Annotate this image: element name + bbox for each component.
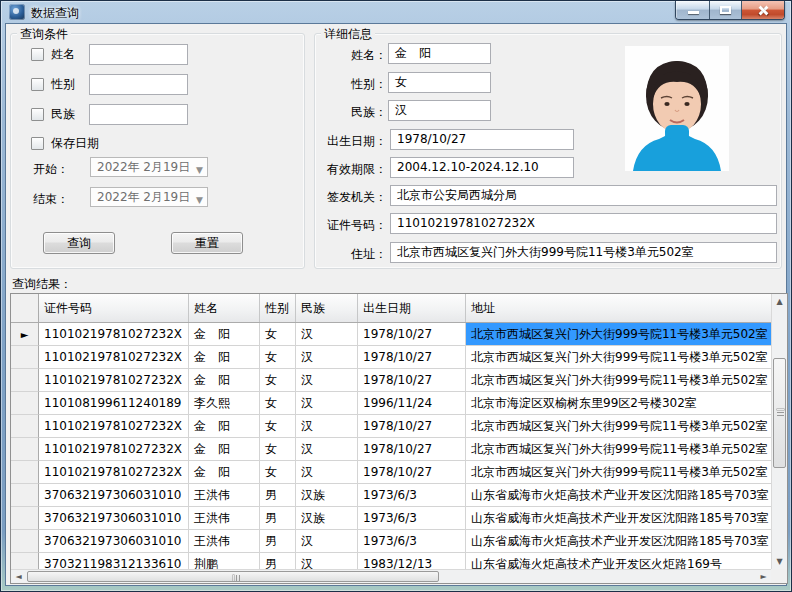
column-header-birth-date[interactable]: 出生日期 [358,294,466,322]
cell-id-number[interactable]: 370632197306031010 [39,530,189,553]
name-checkbox[interactable] [31,48,44,61]
cell-ethnicity[interactable]: 汉 [296,323,358,346]
column-header-id-number[interactable]: 证件号码 [39,294,189,322]
cell-birth-date[interactable]: 1978/10/27 [358,438,466,461]
cell-name[interactable]: 李久熙 [189,392,260,415]
cell-name[interactable]: 金 阳 [189,438,260,461]
end-date-picker[interactable]: 2022年 2月19日 ▼ [90,187,208,207]
cell-birth-date[interactable]: 1973/6/3 [358,484,466,507]
cell-name[interactable]: 荆鹏 [189,553,260,569]
cell-birth-date[interactable]: 1978/10/27 [358,415,466,438]
close-button[interactable] [741,1,784,19]
table-row[interactable]: ► 11010219781027232X 金 阳 女 汉 1978/10/27 … [11,323,771,346]
cell-name[interactable]: 王洪伟 [189,484,260,507]
cell-birth-date[interactable]: 1978/10/27 [358,323,466,346]
row-header-cell[interactable] [11,392,39,415]
cell-ethnicity[interactable]: 汉 [296,461,358,484]
cell-id-number[interactable]: 11010219781027232X [39,346,189,369]
cell-ethnicity[interactable]: 汉族 [296,484,358,507]
scroll-left-icon[interactable]: ◄ [11,570,26,583]
cell-address-selected[interactable]: 北京市西城区复兴门外大街999号院11号楼3单元502室 [466,323,771,346]
maximize-button[interactable] [709,1,741,19]
scroll-up-icon[interactable]: ▲ [772,294,787,309]
cell-id-number[interactable]: 11010219781027232X [39,461,189,484]
gender-checkbox[interactable] [31,78,44,91]
row-header-cell[interactable] [11,553,39,569]
cell-ethnicity[interactable]: 汉 [296,392,358,415]
cell-ethnicity[interactable]: 汉 [296,369,358,392]
cell-address[interactable]: 北京市西城区复兴门外大街999号院11号楼3单元502室 [466,369,771,392]
table-row[interactable]: 11010219781027232X 金 阳 女 汉 1978/10/27 北京… [11,415,771,438]
cell-ethnicity[interactable]: 汉 [296,530,358,553]
table-row[interactable]: 11010219781027232X 金 阳 女 汉 1978/10/27 北京… [11,461,771,484]
column-header-name[interactable]: 姓名 [189,294,260,322]
row-header-cell[interactable] [11,346,39,369]
scroll-down-icon[interactable]: ▼ [772,554,787,569]
row-header-column[interactable] [11,294,39,322]
cell-ethnicity[interactable]: 汉 [296,346,358,369]
cell-gender[interactable]: 男 [260,553,296,569]
row-header-cell[interactable] [11,438,39,461]
cell-birth-date[interactable]: 1978/10/27 [358,461,466,484]
cell-name[interactable]: 金 阳 [189,369,260,392]
detail-ethnicity-field[interactable]: 汉 [388,100,491,121]
cell-name[interactable]: 金 阳 [189,323,260,346]
cell-birth-date[interactable]: 1996/11/24 [358,392,466,415]
cell-gender[interactable]: 女 [260,461,296,484]
query-button[interactable]: 查询 [43,232,115,254]
row-header-cell[interactable] [11,369,39,392]
cell-ethnicity[interactable]: 汉 [296,553,358,569]
cell-gender[interactable]: 女 [260,415,296,438]
cell-id-number[interactable]: 11010219781027232X [39,415,189,438]
row-header-cell[interactable] [11,530,39,553]
cell-gender[interactable]: 女 [260,369,296,392]
horizontal-scroll-thumb[interactable] [27,571,439,582]
row-header-cell[interactable] [11,415,39,438]
cell-ethnicity[interactable]: 汉 [296,415,358,438]
column-header-ethnicity[interactable]: 民族 [296,294,358,322]
cell-id-number[interactable]: 110108199611240189 [39,392,189,415]
row-header-cell[interactable]: ► [11,323,39,346]
ethnicity-filter-input[interactable] [89,104,188,125]
minimize-button[interactable] [676,1,709,19]
gender-filter-input[interactable] [89,74,188,95]
cell-birth-date[interactable]: 1973/6/3 [358,530,466,553]
table-row[interactable]: 370632197306031010 王洪伟 男 汉 1973/6/3 山东省威… [11,530,771,553]
vertical-scroll-thumb[interactable] [773,358,786,468]
detail-address-field[interactable]: 北京市西城区复兴门外大街999号院11号楼3单元502室 [390,242,777,263]
reset-button[interactable]: 重置 [171,232,243,254]
cell-ethnicity[interactable]: 汉族 [296,507,358,530]
cell-id-number[interactable]: 11010219781027232X [39,369,189,392]
cell-id-number[interactable]: 11010219781027232X [39,438,189,461]
detail-gender-field[interactable]: 女 [388,72,491,93]
cell-address[interactable]: 山东省威海市火炬高技术产业开发区沈阳路185号703室 [466,507,771,530]
detail-name-field[interactable]: 金 阳 [388,43,491,64]
row-header-cell[interactable] [11,507,39,530]
scroll-right-icon[interactable]: ► [756,570,771,583]
cell-id-number[interactable]: 370632197306031010 [39,484,189,507]
table-row[interactable]: 370321198312133610 荆鹏 男 汉 1983/12/13 山东省… [11,553,771,569]
row-header-cell[interactable] [11,461,39,484]
table-row[interactable]: 110108199611240189 李久熙 女 汉 1996/11/24 北京… [11,392,771,415]
cell-gender[interactable]: 女 [260,346,296,369]
cell-gender[interactable]: 女 [260,323,296,346]
horizontal-scrollbar[interactable]: ◄ ► [11,569,771,583]
cell-address[interactable]: 山东省威海市火炬高技术产业开发区沈阳路185号703室 [466,530,771,553]
cell-name[interactable]: 金 阳 [189,415,260,438]
cell-name[interactable]: 金 阳 [189,461,260,484]
cell-gender[interactable]: 女 [260,392,296,415]
cell-id-number[interactable]: 370632197306031010 [39,507,189,530]
cell-gender[interactable]: 男 [260,507,296,530]
save-date-checkbox[interactable] [31,137,44,150]
ethnicity-checkbox[interactable] [31,108,44,121]
cell-ethnicity[interactable]: 汉 [296,438,358,461]
title-bar[interactable]: 数据查询 [1,1,791,23]
cell-birth-date[interactable]: 1973/6/3 [358,507,466,530]
cell-birth-date[interactable]: 1983/12/13 [358,553,466,569]
cell-id-number[interactable]: 11010219781027232X [39,323,189,346]
column-header-gender[interactable]: 性别 [260,294,296,322]
cell-address[interactable]: 北京市西城区复兴门外大街999号院11号楼3单元502室 [466,438,771,461]
table-row[interactable]: 11010219781027232X 金 阳 女 汉 1978/10/27 北京… [11,438,771,461]
cell-name[interactable]: 王洪伟 [189,507,260,530]
detail-birth-date-field[interactable]: 1978/10/27 [390,129,574,150]
